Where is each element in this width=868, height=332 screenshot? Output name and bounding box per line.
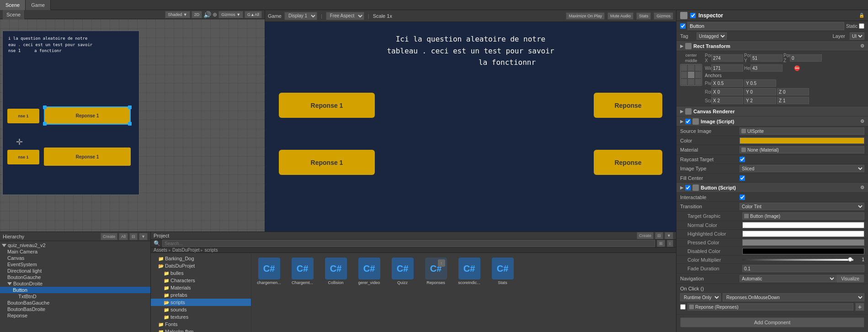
button-menu-icon[interactable]: ⚙: [860, 185, 864, 190]
scalex-input[interactable]: [711, 97, 743, 104]
inspector-lock-icon[interactable]: 🔒: [859, 13, 864, 18]
search-input[interactable]: [162, 240, 655, 247]
hier-item-button[interactable]: Button: [0, 287, 150, 293]
gizmos-game-btn[interactable]: Gizmos: [654, 12, 673, 20]
scaley-input[interactable]: [744, 97, 776, 104]
hier-all-btn[interactable]: All: [119, 233, 128, 240]
onclick-object-ref[interactable]: Reponse (Reponses): [687, 303, 853, 311]
display-select[interactable]: Display 1: [284, 12, 317, 20]
color-swatch[interactable]: [740, 137, 864, 144]
height-input[interactable]: [751, 64, 783, 72]
interactable-checkbox[interactable]: [740, 195, 745, 200]
hier-item-reponse[interactable]: Reponse: [0, 312, 150, 319]
hier-item-camera[interactable]: Main Camera: [0, 248, 150, 255]
layer-select[interactable]: UI: [850, 32, 864, 40]
disabled-color-swatch[interactable]: [742, 248, 864, 254]
posx-input[interactable]: [711, 54, 743, 62]
width-input[interactable]: [711, 64, 743, 72]
tag-select[interactable]: Untagged: [697, 32, 727, 40]
hier-item-boutongauche[interactable]: BoutonGauche: [0, 274, 150, 280]
proj-create-btn[interactable]: Create: [637, 232, 654, 239]
file-stats[interactable]: C# Stats: [488, 256, 517, 287]
tree-materials[interactable]: Materials: [151, 284, 251, 291]
tree-scripts[interactable]: scripts: [151, 299, 251, 306]
scene-content[interactable]: i la question aleatoire de notre eau . c…: [0, 19, 265, 232]
object-enabled-checkbox[interactable]: [680, 23, 686, 29]
tree-fonts[interactable]: Fonts: [151, 321, 251, 328]
hier-create-btn[interactable]: Create: [101, 233, 117, 240]
hier-lock-btn[interactable]: ⊟: [129, 233, 138, 240]
game-btn-2[interactable]: Reponse: [594, 93, 662, 118]
hier-item-dirlight[interactable]: Directional light: [0, 268, 150, 274]
button-enabled[interactable]: [685, 185, 691, 190]
object-name-input[interactable]: [687, 22, 844, 30]
visualize-btn[interactable]: Visualize: [836, 274, 864, 283]
hier-item-canvas[interactable]: Canvas: [0, 255, 150, 261]
highlighted-color-swatch[interactable]: [742, 231, 864, 237]
raycast-checkbox[interactable]: [740, 157, 745, 162]
canvas-renderer-header[interactable]: ▶ Canvas Renderer: [676, 106, 868, 116]
game-tab-top[interactable]: Game: [26, 0, 51, 10]
file-chargemen[interactable]: C# chargemen...: [254, 256, 284, 287]
hier-item-boutonbasdroite[interactable]: BoutonBasDroite: [0, 306, 150, 312]
fill-center-checkbox[interactable]: [740, 175, 745, 181]
normal-color-swatch[interactable]: [742, 222, 864, 228]
gall-btn[interactable]: G▲All: [245, 11, 262, 18]
rotx-input[interactable]: [711, 88, 743, 95]
hier-item-root[interactable]: quiz_niveau2_v2: [0, 242, 150, 248]
game-btn-4[interactable]: Reponse: [594, 150, 662, 175]
onclick-add-btn[interactable]: +: [855, 303, 864, 311]
aspect-select[interactable]: Free Aspect: [326, 12, 364, 20]
game-btn-1[interactable]: Reponse 1: [279, 93, 375, 118]
scene-tab[interactable]: Scene: [0, 0, 26, 10]
search-filter-btn[interactable]: ⊞: [657, 240, 665, 247]
search-sort-btn[interactable]: ↕: [667, 240, 674, 247]
file-quizz[interactable]: C# Quizz: [388, 256, 417, 287]
file-gerervideo[interactable]: C# gerer_video: [354, 256, 384, 287]
target-graphic-ref[interactable]: Button (Image): [742, 212, 864, 220]
breadcrumb-dats[interactable]: DatsDuProjet: [172, 248, 199, 253]
tree-bulles[interactable]: bulles: [151, 269, 251, 277]
2d-btn[interactable]: 2D: [192, 11, 202, 18]
static-checkbox[interactable]: [859, 23, 864, 29]
shaded-btn[interactable]: Shaded ▼: [165, 11, 190, 18]
hier-item-eventsystem[interactable]: EventSystem: [0, 261, 150, 268]
tree-characters[interactable]: Characters: [151, 277, 251, 284]
scene-btn-bl[interactable]: nse 1: [7, 150, 39, 164]
rect-menu-icon[interactable]: ⚙: [860, 43, 864, 48]
pressed-color-swatch[interactable]: [742, 239, 864, 246]
breadcrumb-assets[interactable]: Assets: [154, 248, 167, 253]
rect-grid[interactable]: [680, 64, 702, 86]
button-header[interactable]: ▶ Button (Script) ⚙: [676, 183, 868, 193]
scene-btn-tl[interactable]: nse 1: [7, 109, 39, 123]
scalez-input[interactable]: [777, 97, 809, 104]
gizmos-btn[interactable]: Gizmos ▼: [218, 11, 243, 18]
image-menu-icon[interactable]: ⚙: [860, 119, 864, 124]
file-scoreindic[interactable]: C# scoreIndic...: [454, 256, 484, 287]
file-chargmt[interactable]: C# Chargemt...: [288, 256, 317, 287]
mute-audio-btn[interactable]: Mute Audio: [607, 12, 634, 20]
tree-barkingdog[interactable]: Barking_Dog: [151, 255, 251, 262]
breadcrumb-scripts[interactable]: scripts: [204, 248, 218, 253]
tree-prefabs[interactable]: prefabs: [151, 291, 251, 299]
maximize-on-play-btn[interactable]: Maximize On Play: [566, 12, 605, 20]
proj-lock-btn[interactable]: ⊟: [655, 232, 663, 239]
object-active-checkbox[interactable]: [690, 13, 696, 18]
proj-collapse-btn[interactable]: ▼: [665, 232, 673, 239]
hier-item-txtbtnd[interactable]: TxtBtnD: [0, 293, 150, 300]
file-collision[interactable]: C# Collision: [321, 256, 351, 287]
game-btn-3[interactable]: Reponse 1: [279, 150, 375, 175]
hier-item-boutondroite[interactable]: BoutonDroite: [0, 280, 150, 287]
hierarchy-content[interactable]: quiz_niveau2_v2 Main Camera Canvas Event…: [0, 241, 150, 332]
scene-tab-btn[interactable]: Scene: [3, 10, 25, 19]
pivoty-input[interactable]: [744, 79, 776, 87]
posz-input[interactable]: [790, 54, 822, 62]
tree-textures[interactable]: textures: [151, 313, 251, 321]
posy-input[interactable]: [751, 54, 783, 62]
fade-duration-input[interactable]: [742, 265, 864, 272]
pivotx-input[interactable]: [711, 79, 743, 87]
hier-collapse-btn[interactable]: ▼: [139, 233, 148, 240]
image-type-select[interactable]: Sliced: [740, 165, 864, 172]
tree-malcolm[interactable]: Malcolm.fbm: [151, 328, 251, 332]
hier-item-boutonbasgauche[interactable]: BoutonBasGauche: [0, 300, 150, 306]
